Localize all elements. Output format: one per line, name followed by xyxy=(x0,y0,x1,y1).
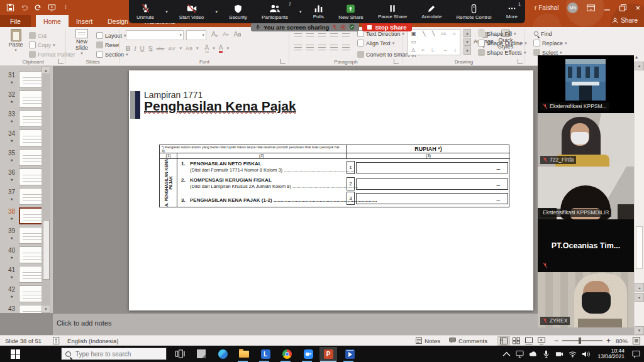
lark-app-icon[interactable]: L xyxy=(257,347,274,361)
search-input[interactable] xyxy=(75,351,157,358)
align-center-icon[interactable] xyxy=(306,45,314,50)
gallery-up-icon[interactable]: ▴ xyxy=(464,29,471,37)
security-shield-icon[interactable] xyxy=(349,24,355,30)
new-slide-button[interactable]: New Slide ▾ xyxy=(69,29,94,56)
speaker-icon[interactable] xyxy=(582,350,590,358)
font-name-combo[interactable]: ▾ xyxy=(126,30,184,40)
restore-button[interactable] xyxy=(619,4,626,11)
find-button[interactable]: Find xyxy=(533,29,567,38)
new-share-button[interactable]: New Share xyxy=(335,0,367,23)
align-left-icon[interactable] xyxy=(294,45,302,50)
wifi-icon[interactable] xyxy=(569,350,577,358)
scroll-down-icon[interactable]: ▾ xyxy=(635,326,644,335)
remote-control-button[interactable]: Remote Control xyxy=(452,0,495,23)
file-explorer-icon[interactable] xyxy=(235,347,253,361)
highlight-color-button[interactable]: A xyxy=(205,44,209,53)
language-indicator[interactable]: English (Indonesia) xyxy=(67,337,118,344)
tab-file[interactable]: File xyxy=(0,15,31,27)
video-tile[interactable]: Ekstensifikasi KPPSMDILIR xyxy=(538,167,634,219)
increase-font-icon[interactable]: A▴ xyxy=(211,30,218,38)
justify-icon[interactable] xyxy=(330,45,338,50)
annotate-button[interactable]: Annotate xyxy=(418,0,445,23)
scroll-down-icon[interactable]: ▾ xyxy=(42,305,50,313)
muted-mic-icon[interactable] xyxy=(332,25,337,30)
zoom-slider[interactable] xyxy=(562,340,602,341)
shape-outline-button[interactable]: Shape Outline▾ xyxy=(478,38,527,48)
stop-share-button[interactable]: Stop Share xyxy=(362,23,411,31)
taskbar-search[interactable] xyxy=(61,348,167,360)
video-chevron-icon[interactable]: ▾ xyxy=(214,9,218,14)
video-tile[interactable]: Ekstensifikasi KPPSM... xyxy=(538,55,634,113)
zoom-percentage[interactable]: 80% xyxy=(616,337,628,344)
slideshow-view-button[interactable] xyxy=(535,336,548,346)
ribbon-display-options-icon[interactable] xyxy=(587,4,595,11)
close-button[interactable]: × xyxy=(635,4,640,11)
undo-icon[interactable] xyxy=(20,4,28,11)
font-size-combo[interactable]: ▾ xyxy=(186,30,206,40)
minimize-button[interactable] xyxy=(604,4,611,11)
change-case-button[interactable]: Aa xyxy=(186,45,192,52)
slide-canvas[interactable]: Lampiran 1771 Penghasilan Kena Pajak *) … xyxy=(129,70,533,310)
tab-home[interactable]: Home xyxy=(36,15,69,27)
font-dialog-launcher[interactable] xyxy=(280,59,286,64)
zoom-slider-thumb[interactable] xyxy=(579,337,581,344)
shapes-gallery[interactable]: ▣ ╲ ╲ ▭ ○ ▭ △ ⌐ ∟ → ↓ ▱ ∿ ( ∿ { } ☆ xyxy=(408,29,460,55)
thumbnail-scrollbar[interactable]: ▴ ▾ xyxy=(42,66,50,313)
video-tile[interactable]: PT.Oceanias Tim... xyxy=(538,219,634,272)
powerpoint-taskbar-icon[interactable]: P xyxy=(319,347,337,361)
next-slide-button[interactable]: ▾ xyxy=(635,293,644,302)
collapse-ribbon-icon[interactable]: ▴ xyxy=(635,54,638,60)
chrome-icon[interactable] xyxy=(278,347,296,361)
video-tile[interactable]: ZYREX xyxy=(538,272,634,327)
participants-chevron-icon[interactable]: ▾ xyxy=(299,9,303,14)
zoom-in-button[interactable]: + xyxy=(606,336,611,345)
camera-tray-icon[interactable] xyxy=(555,350,564,358)
decrease-font-icon[interactable]: A▾ xyxy=(223,31,228,37)
zoom-app-icon[interactable] xyxy=(299,347,317,361)
underline-button[interactable]: U xyxy=(140,45,145,52)
unmute-button[interactable]: Unmute xyxy=(133,0,158,23)
scrollbar-thumb[interactable] xyxy=(636,226,643,269)
onedrive-cloud-icon[interactable] xyxy=(529,350,537,358)
previous-slide-button[interactable]: ▴ xyxy=(635,283,644,292)
decrease-indent-icon[interactable] xyxy=(318,31,326,36)
shape-effects-button[interactable]: Shape Effects▾ xyxy=(478,48,527,57)
bullets-icon[interactable] xyxy=(294,31,302,36)
unmute-chevron-icon[interactable]: ▾ xyxy=(165,9,169,14)
tab-insert[interactable]: Insert xyxy=(69,15,100,27)
replace-button[interactable]: Replace▾ xyxy=(533,38,567,48)
columns-icon[interactable] xyxy=(342,45,350,50)
accessibility-check-icon[interactable] xyxy=(53,337,61,344)
clear-formatting-icon[interactable]: A xyxy=(233,31,241,38)
action-center-icon[interactable] xyxy=(632,350,640,358)
numbering-icon[interactable] xyxy=(306,31,314,36)
bold-button[interactable]: B xyxy=(126,45,130,52)
gallery-down-icon[interactable]: ▾ xyxy=(464,38,471,46)
increase-indent-icon[interactable] xyxy=(330,31,338,36)
reading-view-button[interactable] xyxy=(523,336,535,346)
line-spacing-icon[interactable] xyxy=(342,31,350,36)
remote-desktop-icon[interactable] xyxy=(516,350,524,358)
scroll-up-icon[interactable]: ▴ xyxy=(42,66,50,74)
normal-view-button[interactable] xyxy=(497,336,510,346)
participants-button[interactable]: 7 Participants xyxy=(258,0,292,23)
task-view-button[interactable] xyxy=(171,347,189,361)
strikethrough-button[interactable]: abc xyxy=(156,46,164,52)
notes-toggle[interactable]: Notes xyxy=(416,337,440,344)
microphone-tray-icon[interactable] xyxy=(542,350,550,358)
font-color-button[interactable]: A xyxy=(219,44,223,53)
avatar[interactable]: MN xyxy=(567,3,578,13)
shape-fill-button[interactable]: Shape Fill▾ xyxy=(478,29,527,38)
movies-tv-icon[interactable] xyxy=(341,347,358,361)
customize-toolbar-icon[interactable] xyxy=(62,4,70,11)
record-icon[interactable] xyxy=(340,25,346,30)
security-button[interactable]: Security xyxy=(225,0,251,23)
save-icon[interactable] xyxy=(6,4,14,11)
main-vertical-scrollbar[interactable]: ▴ ▴ ▾ ▾ xyxy=(634,62,644,335)
scrollbar-thumb[interactable] xyxy=(43,220,50,280)
more-button[interactable]: 1 More xyxy=(502,0,521,23)
share-button[interactable]: Share xyxy=(612,17,638,24)
pause-share-button[interactable]: Pause Share xyxy=(374,0,411,23)
zoom-out-button[interactable]: − xyxy=(554,336,558,345)
redo-icon[interactable] xyxy=(34,4,42,11)
